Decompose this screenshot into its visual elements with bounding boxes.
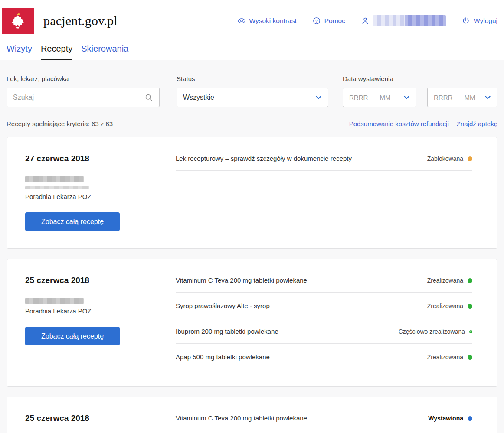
results-links: Podsumowanie kosztów refundacji Znajdź a… xyxy=(349,120,497,127)
prescription-date: 25 czerwca 2018 xyxy=(25,276,176,285)
medication-row: Lek recepturowy – sprawdź szczegóły w do… xyxy=(176,154,472,171)
poland-coat-of-arms-logo xyxy=(2,8,34,34)
prescription-date: 25 czerwca 2018 xyxy=(25,413,176,423)
person-icon xyxy=(361,16,370,25)
power-icon xyxy=(461,16,470,25)
eagle-icon xyxy=(8,11,27,30)
medication-name: Lek recepturowy – sprawdź szczegóły w do… xyxy=(176,155,362,162)
eye-icon xyxy=(237,16,246,25)
user-name-redacted xyxy=(373,15,446,26)
medication-rows: Vitaminum C Teva 200 mg tabletki powleka… xyxy=(176,276,472,369)
logout-label: Wyloguj xyxy=(474,17,497,25)
medication-name: Apap 500 mg tabletki powlekane xyxy=(176,353,280,361)
facility-name: Poradnia Lekarza POZ xyxy=(25,307,176,315)
tab-wizyty[interactable]: Wizyty xyxy=(7,44,32,60)
svg-text:?: ? xyxy=(315,18,317,23)
header: pacjent.gov.pl Wysoki kontrast ? Pomoc xyxy=(0,0,504,41)
date-separator: – xyxy=(457,94,460,101)
date-issued-label: Data wystawienia xyxy=(343,75,497,82)
prescription-card: 25 czerwca 2018 Poradnia Lekarza POZ Zob… xyxy=(7,259,497,387)
month-placeholder: MM xyxy=(380,94,391,101)
medication-name: Vitaminum C Teva 200 mg tabletki powleka… xyxy=(176,277,317,284)
main-content: Lek, lekarz, placówka Status Wszystkie xyxy=(0,60,504,433)
view-prescription-button[interactable]: Zobacz całą receptę xyxy=(25,327,120,345)
redacted-area xyxy=(25,176,176,189)
medication-status: Zrealizowana xyxy=(427,354,463,361)
prescription-card: 27 czerwca 2018 Poradnia Lekarza POZ Zob… xyxy=(7,137,497,249)
year-placeholder: RRRR xyxy=(434,94,452,101)
tab-skierowania[interactable]: Skierowania xyxy=(81,44,128,60)
site-title: pacjent.gov.pl xyxy=(43,13,118,28)
redacted-text xyxy=(25,176,84,182)
medication-rows: Lek recepturowy – sprawdź szczegóły w do… xyxy=(176,154,472,231)
date-from-select[interactable]: RRRR – MM xyxy=(343,88,416,107)
search-input[interactable] xyxy=(13,94,144,101)
search-label: Lek, lekarz, placówka xyxy=(7,75,160,82)
medication-status-group: Zrealizowana xyxy=(427,302,472,309)
user-account[interactable] xyxy=(361,15,446,26)
medication-row: Vitaminum C Teva 200 mg tabletki powleka… xyxy=(176,276,472,293)
month-placeholder: MM xyxy=(465,94,475,101)
medication-status-group: Zablokowana xyxy=(427,155,472,162)
search-field xyxy=(7,88,160,107)
status-select[interactable]: Wszystkie xyxy=(177,88,328,107)
tab-recepty[interactable]: Recepty xyxy=(41,44,72,60)
medication-status: Zablokowana xyxy=(427,155,463,162)
date-separator: – xyxy=(372,94,375,101)
medication-status: Wystawiona xyxy=(428,415,463,422)
status-dot-icon xyxy=(468,156,472,161)
date-range: RRRR – MM – RRRR – MM xyxy=(343,88,497,107)
chevron-down-icon xyxy=(315,95,322,100)
status-dot-icon xyxy=(468,278,472,283)
medication-name: Ibuprom 200 mg tabletki powlekane xyxy=(176,328,289,335)
facility-name: Poradnia Lekarza POZ xyxy=(25,193,176,200)
medication-row: Syrop prawoślazowy Alte - syrop Zrealizo… xyxy=(176,293,472,318)
medication-row: Vitaminum C Teva 200 mg tabletki powleka… xyxy=(176,413,472,430)
results-summary: Recepty spełniające kryteria: 63 z 63 xyxy=(7,120,113,127)
prescription-info: 27 czerwca 2018 Poradnia Lekarza POZ Zob… xyxy=(25,154,176,231)
medication-row: Ibuprom 200 mg tabletki powlekane Części… xyxy=(176,318,472,344)
high-contrast-label: Wysoki kontrast xyxy=(249,17,297,25)
logout-button[interactable]: Wyloguj xyxy=(461,16,497,25)
status-dot-icon xyxy=(468,304,472,309)
medication-status-group: Zrealizowana xyxy=(427,353,472,361)
medication-status-group: Częściowo zrealizowana xyxy=(399,328,472,335)
help-link[interactable]: ? Pomoc xyxy=(312,16,345,25)
view-prescription-button[interactable]: Zobacz całą receptę xyxy=(25,212,120,231)
medication-name: Vitaminum C Teva 200 mg tabletki powleka… xyxy=(176,414,317,422)
medication-status-group: Wystawiona xyxy=(428,414,472,422)
section-tabs: Wizyty Recepty Skierowania xyxy=(0,41,504,60)
medication-status: Częściowo zrealizowana xyxy=(399,328,465,335)
header-actions: Wysoki kontrast ? Pomoc Wyloguj xyxy=(237,15,498,26)
medication-rows: Vitaminum C Teva 200 mg tabletki powleka… xyxy=(176,413,472,430)
medication-row: Apap 500 mg tabletki powlekane Zrealizow… xyxy=(176,344,472,369)
year-placeholder: RRRR xyxy=(349,94,368,101)
filters-bar: Lek, lekarz, placówka Status Wszystkie xyxy=(7,60,497,107)
redacted-text xyxy=(25,186,89,189)
redacted-text xyxy=(25,298,84,304)
date-to-select[interactable]: RRRR – MM xyxy=(427,88,497,107)
medication-status: Zrealizowana xyxy=(427,303,463,309)
status-dot-icon xyxy=(468,355,472,360)
prescription-list: 27 czerwca 2018 Poradnia Lekarza POZ Zob… xyxy=(7,137,497,433)
medication-name: Syrop prawoślazowy Alte - syrop xyxy=(176,302,280,309)
medication-status: Zrealizowana xyxy=(427,277,463,284)
search-icon xyxy=(144,93,153,102)
chevron-down-icon xyxy=(484,95,491,100)
chevron-down-icon xyxy=(403,95,410,100)
find-pharmacy-link[interactable]: Znajdź aptekę xyxy=(457,120,497,127)
status-select-value: Wszystkie xyxy=(183,94,315,101)
prescription-info: 25 czerwca 2018 xyxy=(25,413,176,430)
prescription-info: 25 czerwca 2018 Poradnia Lekarza POZ Zob… xyxy=(25,276,176,369)
medication-status-group: Zrealizowana xyxy=(427,277,472,284)
prescription-date: 27 czerwca 2018 xyxy=(25,154,176,163)
question-circle-icon: ? xyxy=(312,16,321,25)
page: pacjent.gov.pl Wysoki kontrast ? Pomoc xyxy=(0,0,504,433)
status-dot-icon xyxy=(468,416,472,421)
refund-summary-link[interactable]: Podsumowanie kosztów refundacji xyxy=(349,120,449,127)
date-range-separator: – xyxy=(416,94,427,101)
high-contrast-toggle[interactable]: Wysoki kontrast xyxy=(237,16,297,25)
redacted-area xyxy=(25,298,176,304)
results-row: Recepty spełniające kryteria: 63 z 63 Po… xyxy=(7,120,497,127)
prescription-card: 25 czerwca 2018 Vitaminum C Teva 200 mg … xyxy=(7,397,497,433)
